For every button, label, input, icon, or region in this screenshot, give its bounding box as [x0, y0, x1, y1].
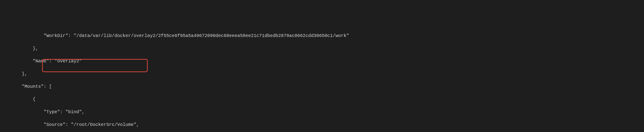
code-line[interactable]: "WorkDir": "/data/var/lib/docker/overlay… [0, 33, 644, 39]
code-line[interactable]: }, [0, 71, 644, 77]
code-line[interactable]: { [0, 96, 644, 103]
json-code-block: "WorkDir": "/data/var/lib/docker/overlay… [0, 25, 644, 132]
code-line[interactable]: }, [0, 45, 644, 52]
code-line[interactable]: "Type": "bind", [0, 109, 644, 115]
code-line[interactable]: "Mounts": [ [0, 83, 644, 90]
code-line[interactable]: "Name": "overlay2" [0, 58, 644, 64]
code-line[interactable]: "Source": "/root/DockerSrc/Volume", [0, 122, 644, 128]
